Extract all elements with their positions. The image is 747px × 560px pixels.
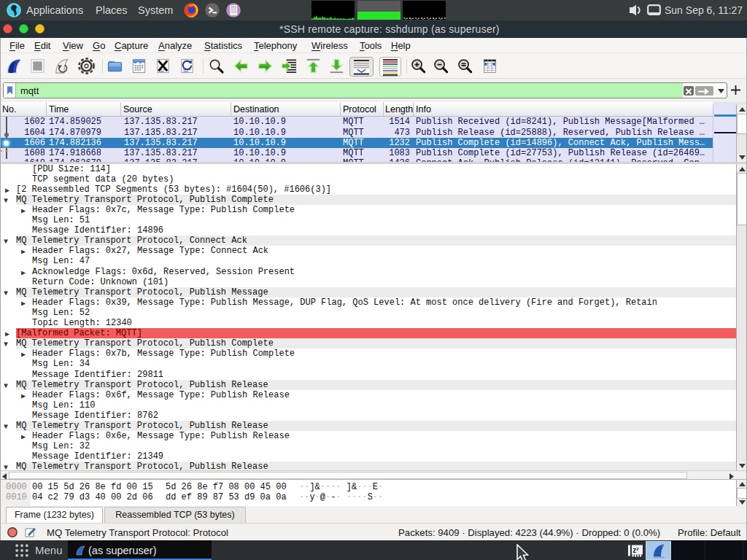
svg-text:z²: z² xyxy=(632,546,639,554)
